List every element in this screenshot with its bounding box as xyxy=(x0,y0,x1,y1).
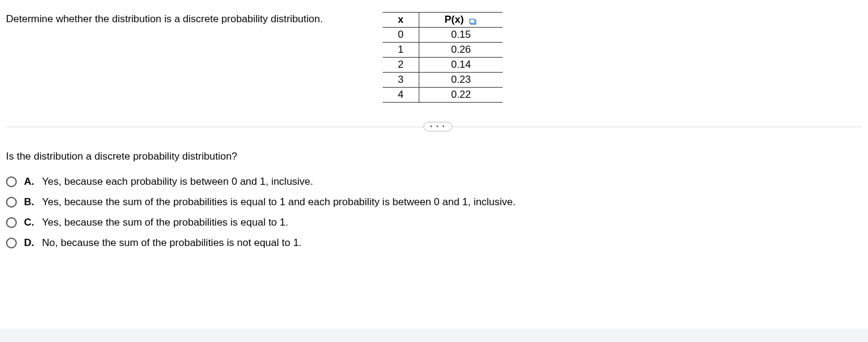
options-group: A. Yes, because each probability is betw… xyxy=(6,176,862,249)
probability-table: x P(x) 0 0.15 xyxy=(383,12,503,103)
section-divider: • • • xyxy=(6,121,862,133)
more-dots-button[interactable]: • • • xyxy=(424,122,452,131)
table-row: 4 0.22 xyxy=(383,88,503,103)
table-row: 3 0.23 xyxy=(383,73,503,88)
option-letter: A. xyxy=(24,176,35,188)
option-a[interactable]: A. Yes, because each probability is betw… xyxy=(6,176,862,188)
cell-px: 0.22 xyxy=(419,88,503,103)
cell-px: 0.14 xyxy=(419,58,503,73)
popup-icon[interactable] xyxy=(469,17,477,24)
table-header-px: P(x) xyxy=(419,13,503,28)
option-letter: C. xyxy=(24,217,35,229)
cell-px: 0.15 xyxy=(419,28,503,43)
px-label: P(x) xyxy=(444,14,464,25)
cell-x: 0 xyxy=(383,28,419,43)
option-text: Yes, because the sum of the probabilitie… xyxy=(42,196,515,208)
question-text: Determine whether the distribution is a … xyxy=(6,12,323,25)
cell-x: 1 xyxy=(383,43,419,58)
cell-x: 4 xyxy=(383,88,419,103)
cell-x: 3 xyxy=(383,73,419,88)
table-row: 1 0.26 xyxy=(383,43,503,58)
bottom-bar xyxy=(0,329,868,342)
radio-a[interactable] xyxy=(6,176,17,187)
cell-px: 0.26 xyxy=(419,43,503,58)
option-letter: D. xyxy=(24,237,35,249)
option-d[interactable]: D. No, because the sum of the probabilit… xyxy=(6,237,862,249)
option-b[interactable]: B. Yes, because the sum of the probabili… xyxy=(6,196,862,208)
option-text: Yes, because each probability is between… xyxy=(42,176,313,188)
option-letter: B. xyxy=(24,196,35,208)
cell-x: 2 xyxy=(383,58,419,73)
option-text: No, because the sum of the probabilities… xyxy=(42,237,302,249)
radio-d[interactable] xyxy=(6,238,17,248)
table-header-x: x xyxy=(383,13,419,28)
sub-question-text: Is the distribution a discrete probabili… xyxy=(6,151,862,163)
table-row: 0 0.15 xyxy=(383,28,503,43)
radio-c[interactable] xyxy=(6,217,17,228)
svg-rect-1 xyxy=(470,19,475,23)
option-c[interactable]: C. Yes, because the sum of the probabili… xyxy=(6,217,862,229)
table-row: 2 0.14 xyxy=(383,58,503,73)
cell-px: 0.23 xyxy=(419,73,503,88)
option-text: Yes, because the sum of the probabilitie… xyxy=(42,217,288,229)
radio-b[interactable] xyxy=(6,197,17,208)
